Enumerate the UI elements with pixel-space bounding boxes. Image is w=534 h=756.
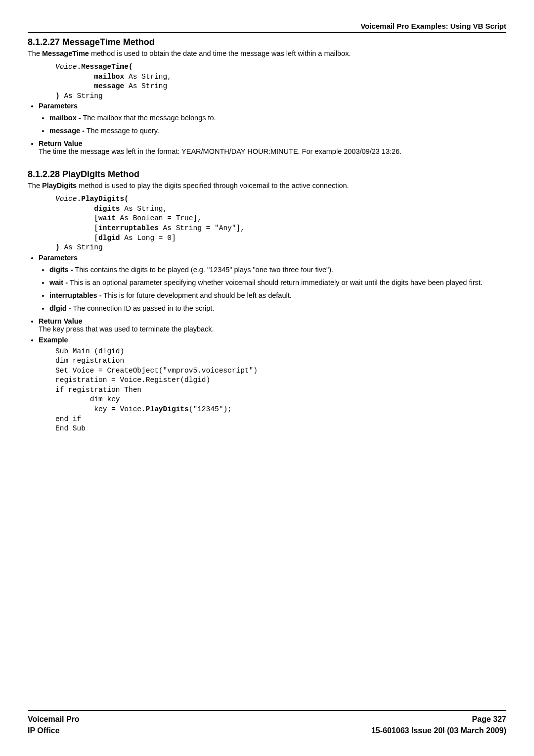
section-name: PlayDigits Method <box>62 169 139 179</box>
code-var: Voice <box>55 195 77 203</box>
code-text: As String <box>60 92 103 100</box>
param-mailbox: mailbox - The mailbox that the message b… <box>49 114 506 122</box>
return-value-heading: Return Value The time the message was le… <box>39 140 506 155</box>
parameters-heading: Parameters digits - This contains the di… <box>39 254 506 312</box>
section-title-messagetime: 8.1.2.27 MessageTime Method <box>28 37 506 47</box>
code-text: key = Voice. <box>90 405 146 413</box>
label: Example <box>39 336 68 344</box>
section-name: MessageTime Method <box>62 37 155 47</box>
code-text: As String, <box>124 73 172 81</box>
footer-left-2: IP Office <box>28 725 60 736</box>
code-messagetime: Voice.MessageTime( mailbox As String, me… <box>55 62 506 101</box>
code-playdigits: Voice.PlayDigits( digits As String, [wai… <box>55 194 506 252</box>
parameters-heading: Parameters mailbox - The mailbox that th… <box>39 102 506 135</box>
text: method is used to play the digits specif… <box>77 182 349 189</box>
code-bold: message <box>94 82 124 90</box>
footer-right-2: 15-601063 Issue 20l (03 March 2009) <box>371 725 506 736</box>
method-name: PlayDigits <box>42 182 77 189</box>
code-bold: .PlayDigits( <box>77 195 129 203</box>
code-text: As String = "Any"], <box>159 224 245 232</box>
text: The <box>28 182 42 189</box>
code-line: if registration Then <box>55 386 141 394</box>
text: method is used to obtain the date and ti… <box>89 49 351 57</box>
code-bold: wait <box>98 214 116 222</box>
bottom-rule <box>28 710 506 711</box>
code-text: [ <box>94 214 98 222</box>
label: Return Value <box>39 317 83 325</box>
section-number: 8.1.2.28 <box>28 169 60 179</box>
param-name: dlgid - <box>49 304 71 312</box>
code-bold: ) <box>55 92 60 100</box>
param-interruptables: interruptables - This is for future deve… <box>49 291 506 299</box>
param-desc: The mailbox that the message belongs to. <box>81 114 216 122</box>
param-wait: wait - This is an optional parameter spe… <box>49 279 506 286</box>
top-rule <box>28 32 506 33</box>
param-desc: This is for future development and shoul… <box>102 291 292 299</box>
code-line: dim key <box>90 395 120 403</box>
running-head: Voicemail Pro Examples: Using VB Script <box>28 22 506 30</box>
label: Parameters <box>39 102 78 110</box>
section1-lead: The MessageTime method is used to obtain… <box>28 49 506 57</box>
param-desc: This contains the digits to be played (e… <box>73 266 334 274</box>
code-bold: .MessageTime( <box>77 63 133 71</box>
code-text: As Long = 0] <box>120 234 176 242</box>
footer-right-1: Page 327 <box>472 714 506 725</box>
method-name: MessageTime <box>42 49 89 57</box>
return-value-heading: Return Value The key press that was used… <box>39 317 506 333</box>
param-desc: This is an optional parameter specifying… <box>68 279 483 286</box>
param-dlgid: dlgid - The connection ID as passed in t… <box>49 304 506 312</box>
param-name: message - <box>49 127 85 135</box>
code-text: [ <box>94 234 98 242</box>
code-text: As Boolean = True], <box>116 214 202 222</box>
label: Parameters <box>39 254 78 262</box>
section-title-playdigits: 8.1.2.28 PlayDigits Method <box>28 169 506 180</box>
example-heading: Example <box>39 336 506 344</box>
code-bold: mailbox <box>94 73 124 81</box>
code-line: dim registration <box>55 357 124 365</box>
return-text: The key press that was used to terminate… <box>39 325 214 333</box>
param-name: wait - <box>49 279 68 286</box>
code-text: As String <box>124 82 167 90</box>
code-bold: interruptables <box>98 224 159 232</box>
return-text: The time the message was left in the for… <box>39 147 401 155</box>
code-line: end if <box>55 415 81 423</box>
code-line: Set Voice = CreateObject("vmprov5.voices… <box>55 367 258 375</box>
param-desc: The connection ID as passed in to the sc… <box>71 304 215 312</box>
param-name: mailbox - <box>49 114 81 122</box>
param-name: digits - <box>49 266 73 274</box>
param-message: message - The message to query. <box>49 127 506 135</box>
param-desc: The message to query. <box>85 127 159 135</box>
code-line: Sub Main (dlgid) <box>55 347 124 355</box>
text: The <box>28 49 42 57</box>
code-var: Voice <box>55 63 77 71</box>
footer-left-1: Voicemail Pro <box>28 714 80 725</box>
code-text: As String, <box>120 205 168 213</box>
code-text: [ <box>94 224 98 232</box>
code-line: End Sub <box>55 425 86 432</box>
code-bold: dlgid <box>98 234 120 242</box>
page-footer: Voicemail Pro Page 327 IP Office 15-6010… <box>28 710 506 736</box>
code-example: Sub Main (dlgid) dim registration Set Vo… <box>55 347 506 434</box>
code-line: registration = Voice.Register(dlgid) <box>55 376 210 384</box>
code-text: ("12345"); <box>189 405 232 413</box>
param-digits: digits - This contains the digits to be … <box>49 266 506 274</box>
param-name: interruptables - <box>49 291 102 299</box>
section2-lead: The PlayDigits method is used to play th… <box>28 182 506 189</box>
code-bold: ) <box>55 243 60 251</box>
label: Return Value <box>39 140 83 147</box>
code-bold: PlayDigits <box>146 405 189 413</box>
section-number: 8.1.2.27 <box>28 37 60 47</box>
code-text: As String <box>60 243 103 251</box>
code-bold: digits <box>94 205 120 213</box>
